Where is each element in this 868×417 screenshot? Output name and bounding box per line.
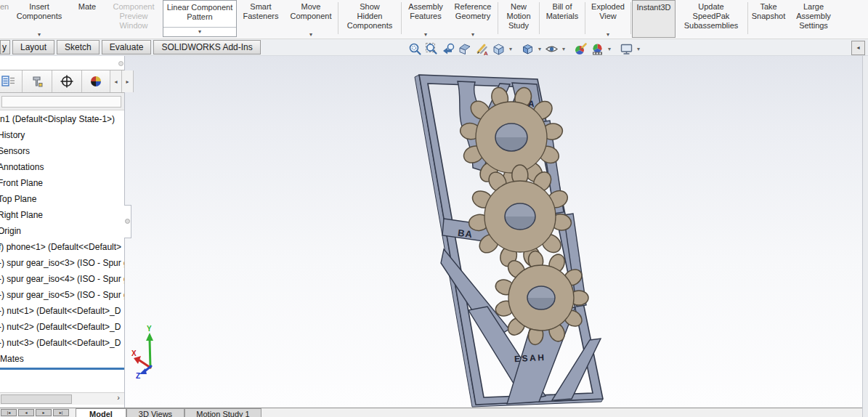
scroll-right-arrow-icon[interactable]: › <box>117 393 120 402</box>
zoom-to-fit-icon[interactable] <box>407 41 423 57</box>
zoom-to-area-icon[interactable] <box>423 41 440 57</box>
panel-splitter-handle[interactable] <box>124 205 131 238</box>
splitter-dot <box>125 219 130 224</box>
tab-nav-prev-button[interactable]: ◂ <box>18 409 34 416</box>
dropdown-arrow-icon[interactable]: ▾ <box>586 32 630 38</box>
tree-item-front-plane[interactable]: Front Plane <box>0 175 124 191</box>
assembly-features-button[interactable]: Assembly Features▾ <box>402 0 449 39</box>
tree-filter-input[interactable] <box>1 96 121 108</box>
svg-text:A: A <box>484 50 488 56</box>
tree-item-nut-3[interactable]: (-) nut<3> (Default<<Default>_D <box>0 335 124 351</box>
tree-item-sensors[interactable]: Sensors <box>0 143 124 159</box>
dropdown-arrow-icon[interactable]: ▾ <box>606 46 613 52</box>
ribbon-separator <box>747 2 748 34</box>
apply-scene-icon[interactable] <box>589 41 606 57</box>
configurationmanager-icon <box>60 74 74 89</box>
3d-views-tab[interactable]: 3D Views <box>126 408 184 417</box>
graphics-viewport[interactable] <box>124 55 862 408</box>
dropdown-arrow-icon[interactable]: ▾ <box>402 32 449 38</box>
tree-item-mates[interactable]: Mates <box>0 351 124 367</box>
task-pane-edge[interactable] <box>862 39 868 417</box>
new-motion-study-button[interactable]: New Motion Study <box>499 0 538 39</box>
featuremanager-icon <box>1 74 17 89</box>
tree-item-assembly-root[interactable]: n1 (Default<Display State-1>) <box>0 111 124 127</box>
tab-nav-last-button[interactable]: ▸| <box>53 409 69 416</box>
panel-tab-scroll-right[interactable]: ▸ <box>122 70 134 92</box>
featuremanager-tab[interactable] <box>0 70 23 92</box>
tree-item-annotations[interactable]: Annotations <box>0 159 124 175</box>
rollback-bar[interactable] <box>0 368 124 370</box>
motion-study-1-tab[interactable]: Motion Study 1 <box>184 408 261 417</box>
dropdown-arrow-icon[interactable]: ▾ <box>163 27 236 35</box>
annotation-views-icon[interactable]: A <box>474 41 490 57</box>
large-assembly-settings-button[interactable]: Large Assembly Settings <box>788 0 839 39</box>
dropdown-arrow-icon[interactable]: ▾ <box>9 32 70 38</box>
tree-item-phone-1[interactable]: (f) phone<1> (Default<<Default> <box>0 239 124 255</box>
linear-component-pattern-button[interactable]: Linear Component Pattern▾ <box>163 0 237 37</box>
reference-geometry-label: Reference Geometry <box>455 2 492 20</box>
show-hidden-components-button[interactable]: Show Hidden Components <box>339 0 400 39</box>
tab-layout[interactable]: Layout <box>12 40 54 54</box>
section-view-icon[interactable] <box>457 41 474 57</box>
panel-horizontal-scrollbar[interactable]: › <box>0 392 124 405</box>
ribbon-separator <box>498 2 498 34</box>
dropdown-arrow-icon[interactable]: ▾ <box>536 46 543 52</box>
ribbon-separator <box>630 2 631 34</box>
model-tab[interactable]: Model <box>76 408 126 417</box>
command-manager-ribbon: ent Insert Components▾ Mate Component Pr… <box>0 0 868 39</box>
tree-item-nut-2[interactable]: (-) nut<2> (Default<<Default>_D <box>0 319 124 335</box>
tree-item-nut-1[interactable]: (-) nut<1> (Default<<Default>_D <box>0 303 124 319</box>
dropdown-arrow-icon[interactable]: ▾ <box>449 32 497 38</box>
tab-nav-first-button[interactable]: |◂ <box>1 409 17 416</box>
tree-item-spur-gear-4[interactable]: (-) spur gear_iso<4> (ISO - Spur g <box>0 271 124 287</box>
dropdown-arrow-icon[interactable]: ▾ <box>635 46 642 52</box>
take-snapshot-button[interactable]: Take Snapshot <box>749 0 788 39</box>
configurationmanager-tab[interactable] <box>52 70 82 92</box>
update-speedpak-subassemblies-button[interactable]: Update SpeedPak Subassemblies <box>676 0 747 39</box>
tab-assembly-partial[interactable]: y <box>0 40 10 54</box>
tab-nav-next-button[interactable]: ▸ <box>36 409 52 416</box>
smart-fasteners-button[interactable]: Smart Fasteners <box>237 0 285 39</box>
dropdown-arrow-icon[interactable]: ▾ <box>560 46 567 52</box>
propertymanager-tab[interactable] <box>23 70 52 92</box>
panel-grip-dot[interactable] <box>118 61 123 66</box>
display-style-icon[interactable] <box>519 41 536 57</box>
tab-evaluate[interactable]: Evaluate <box>102 40 152 54</box>
hide-show-items-icon[interactable] <box>543 41 560 57</box>
insert-components-button[interactable]: Insert Components▾ <box>9 0 70 39</box>
scrollbar-thumb[interactable] <box>1 394 72 404</box>
tree-item-origin[interactable]: Origin <box>0 223 124 239</box>
linear-component-pattern-label: Linear Component Pattern <box>167 3 233 21</box>
reference-geometry-button[interactable]: Reference Geometry▾ <box>449 0 497 39</box>
dropdown-arrow-icon[interactable]: ▾ <box>507 46 514 52</box>
panel-tab-scroll-left[interactable]: ◂ <box>110 70 122 92</box>
mate-button[interactable]: Mate <box>70 0 105 39</box>
exploded-view-button[interactable]: Exploded View▾ <box>586 0 630 39</box>
dropdown-arrow-icon[interactable]: ▾ <box>285 32 337 38</box>
tree-item-spur-gear-3[interactable]: (-) spur gear_iso<3> (ISO - Spur g <box>0 255 124 271</box>
move-component-label: Move Component <box>291 2 332 20</box>
edit-appearance-icon[interactable] <box>572 41 589 57</box>
tab-sketch[interactable]: Sketch <box>57 40 100 54</box>
instant3d-button[interactable]: Instant3D <box>632 0 676 38</box>
component-preview-window-button: Component Preview Window <box>105 0 163 39</box>
view-settings-icon[interactable] <box>618 41 635 57</box>
displaymanager-icon <box>89 74 103 89</box>
tree-item-history[interactable]: History <box>0 127 124 143</box>
bill-of-materials-button[interactable]: Bill of Materials <box>540 0 584 39</box>
previous-view-icon[interactable] <box>440 41 457 57</box>
tab-solidworks-addins[interactable]: SOLIDWORKS Add-Ins <box>153 40 260 54</box>
propertymanager-icon <box>30 74 44 89</box>
view-orientation-icon[interactable] <box>490 41 507 57</box>
ribbon-separator <box>338 2 338 34</box>
exploded-view-label: Exploded View <box>591 2 625 20</box>
bottom-tab-bar: |◂ ◂ ▸ ▸| Model 3D Views Motion Study 1 <box>0 408 868 417</box>
panel-tab-bar: ◂ ▸ <box>0 70 124 93</box>
tree-item-right-plane[interactable]: Right Plane <box>0 207 124 223</box>
edit-component-button-partial[interactable]: ent <box>0 0 9 39</box>
move-component-button[interactable]: Move Component▾ <box>285 0 337 39</box>
task-pane-collapse-button[interactable]: ◂ <box>851 41 865 55</box>
tree-item-spur-gear-5[interactable]: (-) spur gear_iso<5> (ISO - Spur g <box>0 287 124 303</box>
displaymanager-tab[interactable] <box>82 70 110 92</box>
tree-item-top-plane[interactable]: Top Plane <box>0 191 124 207</box>
